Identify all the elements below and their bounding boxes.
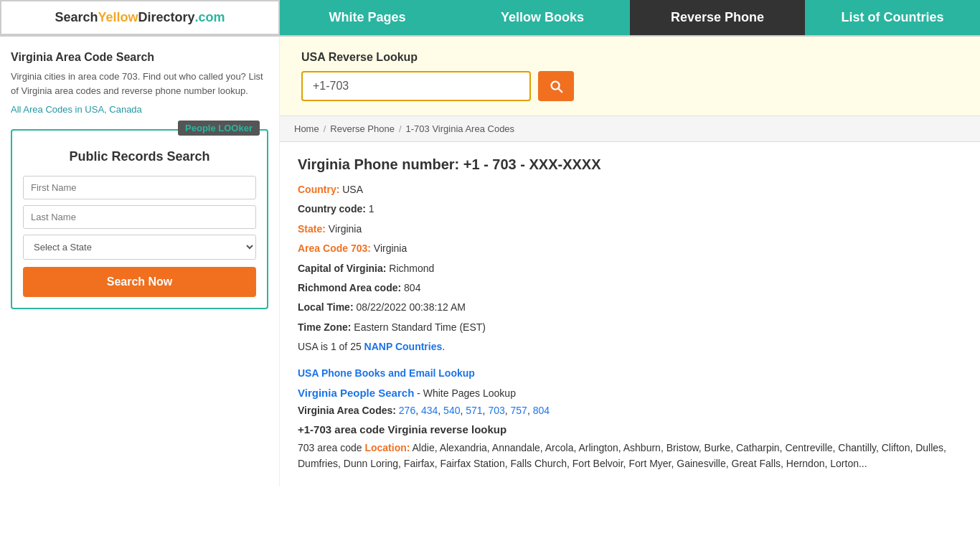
breadcrumb-sep-2: / [399,123,402,134]
area-code-276[interactable]: 276 [399,405,415,416]
search-button[interactable] [538,71,574,101]
capital-line: Capital of Virginia: Richmond [298,260,962,276]
heading-rest: : +1 - 703 - XXX-XXXX [455,156,601,172]
phone-books-line: USA Phone Books and Email Lookup [298,365,962,381]
country-value: USA [342,184,363,195]
heading-colored: Virginia Phone number [298,156,455,172]
breadcrumb-home[interactable]: Home [294,123,319,134]
search-icon [548,78,564,94]
breadcrumb-sep-1: / [324,123,326,134]
search-area: USA Reverse Lookup [280,37,980,116]
timezone-label: Time Zone: [298,321,351,333]
country-code-value: 1 [369,203,374,215]
people-looker-badge: People LOOker [178,121,260,136]
widget-title: Public Records Search [23,149,256,165]
breadcrumb-current: 1-703 Virginia Area Codes [406,123,515,134]
logo-directory: Directory [138,10,195,25]
search-label: USA Reverse Lookup [301,51,958,64]
people-search-suffix: - White Pages Lookup [414,387,516,399]
last-name-field[interactable] [23,205,256,229]
country-code-line: Country code: 1 [298,201,962,217]
top-nav: SearchYellowDirectory.com White Pages Ye… [0,0,980,37]
area-codes-link[interactable]: All Area Codes in USA, Canada [11,104,142,115]
logo-search: Search [55,10,98,25]
richmond-value: 804 [404,282,420,293]
logo-com: .com [195,10,225,25]
left-sidebar: Virginia Area Code Search Virginia citie… [0,37,280,486]
capital-value: Richmond [389,263,434,274]
reverse-lookup-title: +1-703 area code Virginia reverse lookup [298,423,962,435]
phone-input[interactable] [301,71,531,101]
area-code-540[interactable]: 540 [443,405,460,416]
virginia-people-search-link[interactable]: Virginia People Search [298,387,414,399]
search-now-button[interactable]: Search Now [23,267,256,297]
state-line: State: Virginia [298,221,962,237]
area-code-703[interactable]: 703 [488,405,504,416]
nav-white-pages[interactable]: White Pages [280,0,455,35]
state-value: Virginia [329,223,362,235]
country-line: Country: USA [298,182,962,197]
nanp-suffix: . [442,341,445,352]
area-codes-line: Virginia Area Codes: 276, 434, 540, 571,… [298,405,962,416]
breadcrumb: Home / Reverse Phone / 1-703 Virginia Ar… [280,116,980,142]
nav-yellow-books[interactable]: Yellow Books [455,0,630,35]
area-code-line: Area Code 703: Virginia [298,240,962,256]
country-code-label: Country code: [298,203,366,215]
nanp-line: USA is 1 of 25 NANP Countries. [298,339,962,354]
local-time-line: Local Time: 08/22/2022 00:38:12 AM [298,299,962,315]
search-row [301,71,958,101]
area-codes-values: 276, 434, 540, 571, 703, 757, 804 [399,405,550,416]
badge-people: People [185,123,216,133]
area-code-757[interactable]: 757 [511,405,527,416]
area-code-value: Virginia [374,242,407,254]
usa-phone-books-link[interactable]: USA Phone Books and Email Lookup [298,367,475,379]
sidebar-title: Virginia Area Code Search [11,51,268,64]
local-time-label: Local Time: [298,301,354,313]
richmond-line: Richmond Area code: 804 [298,280,962,296]
breadcrumb-reverse-phone[interactable]: Reverse Phone [330,123,395,134]
area-codes-label: Virginia Area Codes: [298,405,396,416]
page-heading: Virginia Phone number: +1 - 703 - XXX-XX… [298,156,962,173]
right-content: USA Reverse Lookup Home / Reverse Phone … [280,37,980,486]
country-label: Country: [298,184,339,195]
logo-yellow: Yellow [98,10,138,25]
info-content: Virginia Phone number: +1 - 703 - XXX-XX… [280,142,980,486]
area-code-804[interactable]: 804 [533,405,550,416]
people-widget: People LOOker Public Records Search Sele… [11,129,268,309]
first-name-field[interactable] [23,176,256,199]
people-search-line: Virginia People Search - White Pages Loo… [298,387,962,399]
site-logo[interactable]: SearchYellowDirectory.com [0,0,280,35]
area-code-label: Area Code 703: [298,242,371,254]
location-label: Location: [364,442,410,453]
state-select[interactable]: Select a State Alabama Alaska Arizona Vi… [23,235,256,260]
nanp-link[interactable]: NANP Countries [364,341,443,352]
timezone-value: Eastern Standard Time (EST) [354,321,486,333]
nav-reverse-phone[interactable]: Reverse Phone [630,0,805,35]
state-label: State: [298,223,326,235]
local-time-value: 08/22/2022 00:38:12 AM [356,301,466,313]
nanp-prefix: USA is 1 of 25 [298,341,364,352]
badge-looker: LOOker [218,123,253,133]
nav-list-of-countries[interactable]: List of Countries [805,0,980,35]
area-code-434[interactable]: 434 [421,405,438,416]
sidebar-description: Virginia cities in area code 703. Find o… [11,70,268,98]
capital-label: Capital of Virginia: [298,263,386,274]
timezone-line: Time Zone: Eastern Standard Time (EST) [298,319,962,335]
richmond-label: Richmond Area code: [298,282,401,293]
area-code-571[interactable]: 571 [466,405,482,416]
location-text: 703 area code Location: Aldie, Alexandri… [298,440,962,472]
